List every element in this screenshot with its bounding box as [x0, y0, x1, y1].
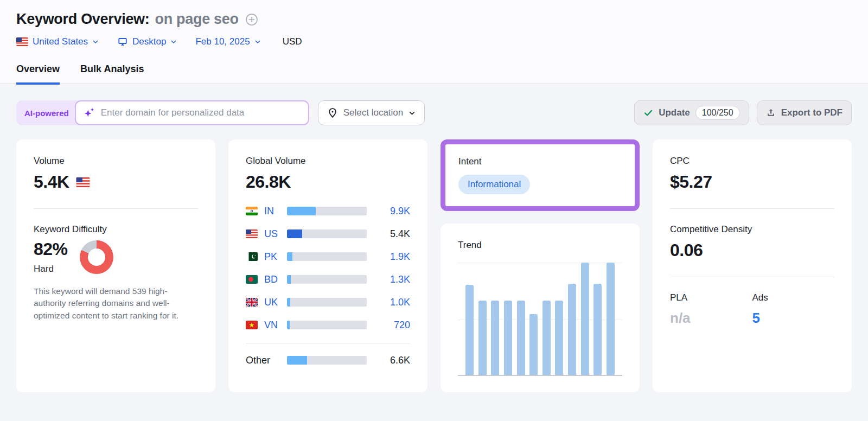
- export-pdf-button[interactable]: Export to PDF: [757, 100, 852, 125]
- volume-bar: [287, 298, 367, 307]
- country-code[interactable]: VN: [264, 320, 287, 331]
- country-code[interactable]: BD: [264, 274, 287, 285]
- trend-bar: [465, 285, 474, 375]
- global-volume-rows: IN 9.9K US 5.4K PK 1.9K: [246, 204, 410, 367]
- page-keyword: on page seo: [155, 11, 239, 28]
- us-flag-icon: [16, 37, 28, 46]
- select-location-button[interactable]: Select location: [318, 100, 425, 125]
- ai-powered-badge: AI-powered: [24, 109, 69, 118]
- country-volume[interactable]: 9.9K: [376, 206, 410, 217]
- global-volume-label: Global Volume: [246, 156, 410, 167]
- uk-flag-icon: [246, 298, 258, 307]
- volume-value: 5.4K: [34, 172, 69, 192]
- volume-bar: [287, 321, 367, 329]
- global-volume-row: IN 9.9K: [246, 204, 410, 218]
- ads-block: Ads 5: [752, 292, 835, 327]
- title-row: Keyword Overview: on page seo: [16, 11, 852, 28]
- update-count-badge: 100/250: [695, 106, 740, 120]
- global-volume-row: UK 1.0K: [246, 295, 410, 309]
- in-flag-icon: [246, 207, 258, 215]
- divider: [670, 277, 834, 277]
- sparkles-icon: [84, 107, 95, 119]
- trend-bar: [529, 314, 538, 375]
- global-volume-row: US 5.4K: [246, 227, 410, 241]
- update-button[interactable]: Update 100/250: [634, 100, 749, 125]
- trend-bar: [607, 263, 615, 375]
- chevron-down-icon: [170, 39, 177, 45]
- trend-bar: [517, 301, 525, 375]
- us-flag-icon: [76, 177, 90, 187]
- page-header: Keyword Overview: on page seo United Sta…: [0, 0, 868, 84]
- kd-level: Hard: [34, 264, 68, 275]
- trend-bar: [478, 301, 487, 375]
- trend-bar: [542, 301, 551, 375]
- country-volume[interactable]: 1.3K: [376, 274, 410, 285]
- other-volume: 6.6K: [376, 355, 410, 366]
- kd-label: Keyword Difficulty: [34, 224, 198, 235]
- main-content: AI-powered Select location Update 100/25…: [0, 84, 868, 391]
- chevron-down-icon: [409, 110, 416, 117]
- global-volume-other-row: Other 6.6K: [246, 353, 410, 367]
- trend-bar: [555, 301, 563, 375]
- competitive-density-label: Competitive Density: [670, 224, 834, 235]
- us-flag-icon: [246, 229, 258, 238]
- currency-label: USD: [283, 36, 302, 47]
- intent-badge[interactable]: Informational: [458, 175, 530, 194]
- other-label: Other: [246, 355, 287, 366]
- filter-row: United States Desktop Feb 10, 2025 USD: [16, 36, 852, 47]
- vn-flag-icon: [246, 321, 258, 329]
- intent-highlight-frame: Intent Informational: [441, 139, 640, 211]
- divider: [670, 208, 834, 209]
- device-selector-label: Desktop: [132, 36, 166, 47]
- volume-label: Volume: [34, 156, 198, 167]
- ads-value[interactable]: 5: [752, 310, 835, 327]
- global-volume-card: Global Volume 26.8K IN 9.9K US 5.4K P: [228, 139, 427, 392]
- add-keyword-icon[interactable]: [245, 13, 258, 26]
- kd-description: This keyword will demand 539 high-author…: [34, 285, 198, 322]
- country-selector[interactable]: United States: [16, 36, 99, 47]
- volume-bar: [287, 252, 367, 261]
- global-volume-value: 26.8K: [246, 172, 410, 192]
- country-volume: 5.4K: [376, 228, 410, 240]
- pla-ads-row: PLA n/a Ads 5: [670, 292, 834, 327]
- trend-bars: [465, 263, 615, 375]
- tab-overview[interactable]: Overview: [16, 63, 60, 85]
- pla-value: n/a: [670, 310, 752, 327]
- country-code[interactable]: US: [264, 228, 287, 240]
- kd-donut: [80, 240, 113, 274]
- country-code[interactable]: UK: [264, 297, 287, 308]
- intent-trend-column: Intent Informational Trend: [441, 139, 640, 392]
- tab-bulk-analysis[interactable]: Bulk Analysis: [80, 63, 144, 84]
- select-location-label: Select location: [343, 107, 404, 118]
- date-selector-label: Feb 10, 2025: [195, 36, 250, 47]
- toolbar: AI-powered Select location Update 100/25…: [16, 100, 852, 125]
- global-volume-row: BD 1.3K: [246, 272, 410, 286]
- pk-flag-icon: [246, 252, 258, 261]
- bd-flag-icon: [246, 275, 258, 284]
- country-volume[interactable]: 720: [376, 320, 410, 331]
- trend-bar: [491, 301, 499, 375]
- trend-bar: [581, 263, 589, 375]
- cpc-label: CPC: [670, 156, 834, 167]
- country-code[interactable]: IN: [264, 206, 287, 217]
- domain-input[interactable]: [101, 107, 301, 118]
- pla-label: PLA: [670, 292, 752, 303]
- trend-chart: [458, 263, 622, 376]
- device-selector[interactable]: Desktop: [117, 36, 177, 47]
- cpc-value: $5.27: [670, 172, 834, 192]
- chevron-down-icon: [254, 39, 261, 45]
- cpc-card: CPC $5.27 Competitive Density 0.06 PLA n…: [653, 139, 852, 392]
- date-selector[interactable]: Feb 10, 2025: [195, 36, 260, 47]
- trend-bar: [593, 284, 602, 375]
- location-pin-icon: [327, 107, 338, 118]
- intent-card: Intent Informational: [445, 144, 635, 206]
- volume-bar: [287, 229, 367, 238]
- kd-value: 82%: [34, 239, 68, 259]
- volume-bar: [287, 207, 367, 215]
- global-volume-row: VN 720: [246, 318, 410, 332]
- country-code[interactable]: PK: [264, 251, 287, 263]
- competitive-density-value: 0.06: [670, 240, 834, 260]
- country-volume[interactable]: 1.0K: [376, 297, 410, 308]
- page-title: Keyword Overview:: [16, 11, 150, 28]
- country-volume[interactable]: 1.9K: [376, 251, 410, 263]
